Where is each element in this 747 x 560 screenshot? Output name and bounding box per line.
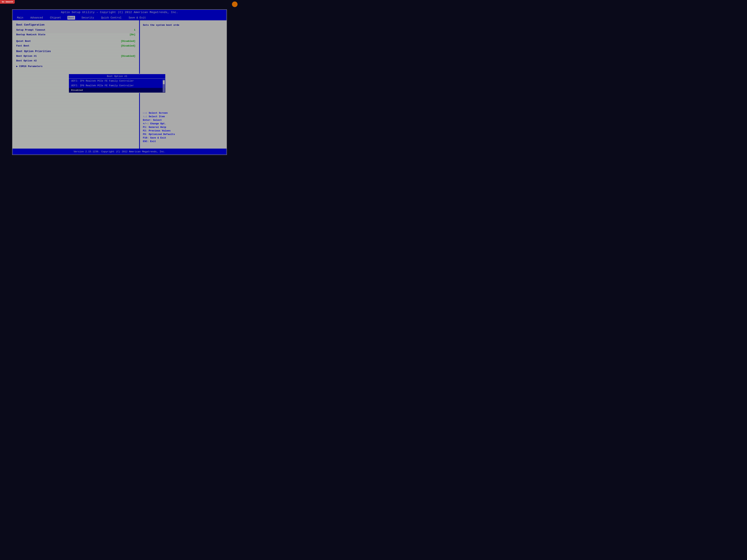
csm-arrow-icon: ▶ bbox=[16, 65, 18, 68]
setup-prompt-value: 1 bbox=[134, 29, 135, 31]
key-hint-enter: Enter: Select bbox=[143, 119, 224, 122]
key-hint-esc: ESC: Exit bbox=[143, 140, 224, 143]
nav-quick-control[interactable]: Quick Control bbox=[100, 16, 122, 20]
keys-area: ←→: Select Screen ↑↓: Select Item Enter:… bbox=[143, 112, 224, 143]
quiet-boot-label: Quiet Boot bbox=[16, 40, 31, 43]
boot-priorities-header: Boot Option Priorities bbox=[16, 50, 135, 53]
help-text: Sets the system boot orde bbox=[143, 23, 224, 27]
title-text: Aptio Setup Utility – Copyright (C) 2012… bbox=[61, 11, 178, 14]
bottom-bar: Version 2.15.1236. Copyright (C) 2012 Am… bbox=[12, 149, 227, 155]
quiet-boot-value: [Disabled] bbox=[121, 40, 135, 43]
nav-boot[interactable]: Boot bbox=[68, 16, 75, 20]
content-overlay: Boot Configuration Setup Prompt Timeout … bbox=[16, 23, 135, 68]
corner-decoration bbox=[232, 1, 237, 7]
bios-window: Aptio Setup Utility – Copyright (C) 2012… bbox=[12, 9, 227, 155]
csm-label: CSM16 Parameters bbox=[19, 65, 43, 68]
boot-option1-value: [Disabled] bbox=[121, 55, 135, 57]
numlock-row[interactable]: Bootup NumLock State [On] bbox=[16, 33, 135, 36]
dropdown-item-ip4[interactable]: UEFI: IP4 Realtek PCIe FE Family Control… bbox=[69, 79, 165, 83]
numlock-label: Bootup NumLock State bbox=[16, 33, 45, 36]
csm-row[interactable]: ▶ CSM16 Parameters bbox=[16, 65, 135, 68]
setup-prompt-label: Setup Prompt Timeout bbox=[16, 29, 45, 31]
key-hint-item: ↑↓: Select Item bbox=[143, 115, 224, 118]
scroll-thumb bbox=[163, 80, 165, 84]
key-hint-f9: F9: Optimized Defaults bbox=[143, 133, 224, 136]
numlock-value: [On] bbox=[130, 33, 135, 36]
boot-option1-dropdown[interactable]: Boot Option #1 UEFI: IP4 Realtek PCIe FE… bbox=[69, 74, 166, 93]
fast-boot-label: Fast Boot bbox=[16, 45, 29, 47]
nav-advanced[interactable]: Advanced bbox=[30, 16, 44, 20]
left-panel: Boot Configuration Setup Prompt Timeout … bbox=[12, 20, 139, 150]
key-hint-f10: F10: Save & Exit bbox=[143, 136, 224, 139]
key-hint-screen: ←→: Select Screen bbox=[143, 112, 224, 114]
boot-option1-row[interactable]: Boot Option #1 [Disabled] bbox=[16, 54, 135, 58]
boot-option2-label: Boot Option #2 bbox=[16, 59, 36, 62]
boot-config-header: Boot Configuration bbox=[16, 23, 135, 26]
dropdown-item-disabled[interactable]: Disabled bbox=[69, 88, 165, 92]
main-content: Boot Configuration Setup Prompt Timeout … bbox=[12, 20, 227, 150]
boot-option2-row[interactable]: Boot Option #2 bbox=[16, 59, 135, 62]
key-hint-f1: F1: General Help bbox=[143, 126, 224, 129]
nav-security[interactable]: Security bbox=[81, 16, 95, 20]
go-smooth-sticker: Go Smooth bbox=[0, 0, 15, 4]
title-bar: Aptio Setup Utility – Copyright (C) 2012… bbox=[12, 10, 227, 15]
boot-option1-label: Boot Option #1 bbox=[16, 55, 36, 57]
key-hint-f2: F2: Previous Values bbox=[143, 129, 224, 132]
setup-prompt-row[interactable]: Setup Prompt Timeout 1 bbox=[16, 28, 135, 32]
footer-text: Version 2.15.1236. Copyright (C) 2012 Am… bbox=[74, 150, 165, 153]
key-hint-change: +/-: Change Opt. bbox=[143, 122, 224, 125]
nav-chipset[interactable]: Chipset bbox=[49, 16, 62, 20]
fast-boot-row[interactable]: Fast Boot [Disabled] bbox=[16, 44, 135, 48]
dropdown-item-ip6[interactable]: UEFI: IP6 Realtek PCIe FE Family Control… bbox=[69, 83, 165, 88]
fast-boot-value: [Disabled] bbox=[121, 45, 135, 47]
dropdown-scrollbar[interactable] bbox=[163, 80, 165, 92]
dropdown-title: Boot Option #1 bbox=[69, 74, 165, 79]
quiet-boot-row[interactable]: Quiet Boot [Disabled] bbox=[16, 39, 135, 43]
nav-save-exit[interactable]: Save & Exit bbox=[128, 16, 147, 20]
nav-bar: Main Advanced Chipset Boot Security Quic… bbox=[12, 15, 227, 20]
nav-main[interactable]: Main bbox=[16, 16, 24, 20]
